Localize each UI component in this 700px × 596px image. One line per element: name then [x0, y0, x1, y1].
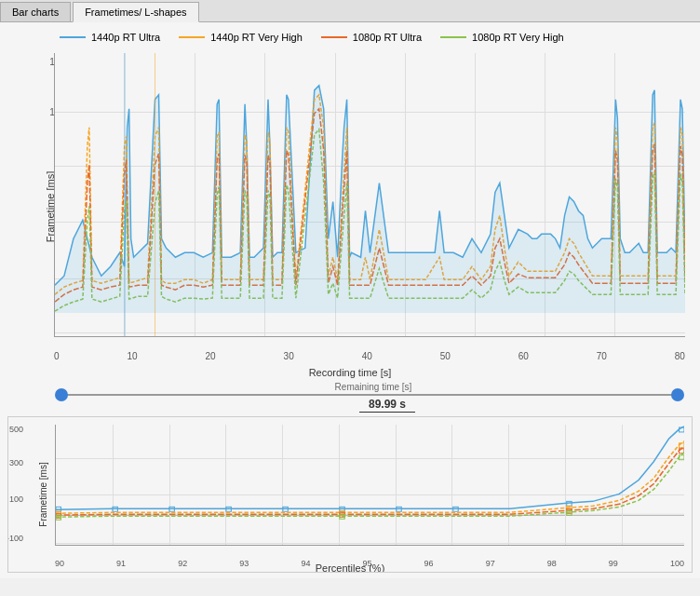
slider-remaining-label: Remaining time [s]: [58, 382, 689, 392]
xtick-20: 20: [206, 351, 216, 361]
percentile-chart: Frametime [ms] 500 300 100 -100: [7, 416, 693, 573]
pc-chart-area: [55, 425, 684, 546]
xtick-60: 60: [518, 351, 529, 361]
legend-label-1080p-ultra: 1080p RT Ultra: [353, 32, 422, 43]
xtick-50: 50: [440, 351, 451, 361]
pc-xtick-98: 98: [547, 559, 557, 568]
main-chart-wrapper: Frametime [ms] 125 100 75 50 25 0: [7, 48, 693, 378]
svg-rect-25: [680, 455, 684, 460]
tabs-container: Bar charts Frametimes/ L-shapes: [0, 0, 700, 22]
pc-xtick-91: 91: [116, 559, 126, 568]
xtick-0: 0: [54, 351, 60, 361]
main-chart: Frametime [ms] 125 100 75 50 25 0: [7, 48, 693, 365]
pc-xtick-90: 90: [55, 559, 64, 568]
pc-xtick-94: 94: [301, 559, 310, 568]
pc-ytick-neg100: -100: [7, 534, 23, 543]
slider-label-container: Remaining time [s]: [58, 382, 689, 392]
main-x-axis-label: Recording time [s]: [7, 367, 693, 378]
pc-x-axis-label: Percentiles (%): [316, 562, 385, 573]
tab-bar: Bar charts Frametimes/ L-shapes: [0, 0, 700, 22]
main-chart-area: [54, 53, 685, 337]
main-chart-svg: [55, 53, 685, 336]
legend-label-1440p-ultra: 1440p RT Ultra: [91, 32, 160, 43]
pc-xtick-96: 96: [424, 559, 434, 568]
slider-thumb-right[interactable]: [671, 388, 684, 401]
legend-line-1080p-veryhigh: [440, 36, 466, 38]
xtick-70: 70: [597, 351, 607, 361]
chart-container: 1440p RT Ultra 1440p RT Very High 1080p …: [0, 22, 700, 578]
pc-xtick-99: 99: [609, 559, 618, 568]
legend-item-1080p-ultra: 1080p RT Ultra: [321, 32, 422, 43]
legend-label-1440p-veryhigh: 1440p RT Very High: [210, 32, 303, 43]
pc-xtick-97: 97: [486, 559, 495, 568]
slider-thumb-left[interactable]: [55, 388, 68, 401]
pc-ytick-500: 500: [9, 425, 23, 434]
slider-row[interactable]: [11, 394, 689, 396]
legend-item-1440p-ultra: 1440p RT Ultra: [60, 32, 160, 43]
xtick-30: 30: [284, 351, 294, 361]
tab-bar-charts[interactable]: Bar charts: [0, 2, 71, 21]
legend-line-1080p-ultra: [321, 36, 347, 38]
pc-xtick-93: 93: [239, 559, 249, 568]
xtick-10: 10: [127, 351, 137, 361]
legend-line-1440p-veryhigh: [179, 36, 205, 38]
legend-item-1080p-veryhigh: 1080p RT Very High: [440, 32, 564, 43]
xtick-80: 80: [675, 351, 685, 361]
slider-value-container: 89.99 s: [11, 398, 689, 413]
pc-ytick-300: 300: [9, 458, 23, 467]
pc-y-axis-label: Frametime [ms]: [38, 462, 48, 526]
xtick-40: 40: [362, 351, 372, 361]
pc-xtick-100: 100: [670, 559, 684, 568]
slider-track[interactable]: [61, 394, 678, 396]
pc-chart-svg: [56, 425, 684, 545]
main-x-ticks: 0 10 20 30 40 50 60 70 80: [54, 351, 685, 361]
legend-line-1440p-ultra: [60, 36, 86, 38]
tab-frametimes[interactable]: Frametimes/ L-shapes: [73, 2, 198, 22]
legend: 1440p RT Ultra 1440p RT Very High 1080p …: [4, 26, 696, 48]
pc-xtick-92: 92: [178, 559, 187, 568]
slider-section: Remaining time [s] 89.99 s: [4, 378, 696, 414]
legend-item-1440p-veryhigh: 1440p RT Very High: [179, 32, 303, 43]
pc-ytick-100: 100: [9, 494, 23, 504]
legend-label-1080p-veryhigh: 1080p RT Very High: [472, 32, 564, 43]
slider-value: 89.99 s: [359, 398, 415, 413]
